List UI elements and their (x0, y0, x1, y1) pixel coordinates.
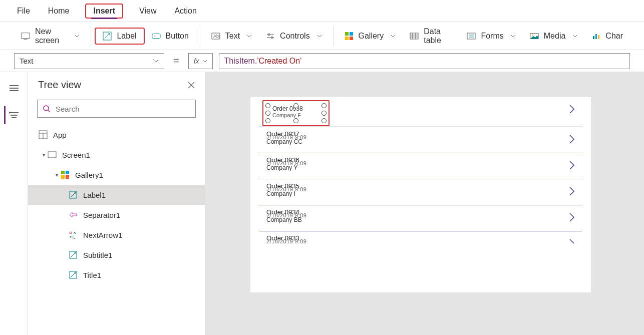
tree-view-panel: Tree view App ▾ Screen (28, 72, 205, 335)
selected-label-control[interactable]: Order 0938 Company F (265, 103, 327, 123)
main-area: Tree view App ▾ Screen (0, 72, 644, 335)
menu-action[interactable]: Action (172, 3, 198, 20)
separator-icon (68, 210, 78, 220)
ribbon: New screen Label Button Abc Text Control… (0, 22, 644, 50)
gallery-item[interactable]: Order 0936 2/18/2019 9:09 Company Y (259, 153, 582, 179)
tree-node-subtitle1[interactable]: Subtitle1 (28, 245, 205, 265)
svg-rect-0 (22, 33, 30, 38)
media-button[interactable]: Media (523, 29, 585, 44)
formula-token-field: 'Created On' (257, 57, 301, 66)
label-button[interactable]: Label (95, 28, 144, 45)
separator (200, 26, 200, 46)
data-table-button-label: Data table (424, 27, 453, 45)
gallery-item-subtitle: Company F (272, 112, 301, 118)
gallery-icon (60, 170, 70, 180)
forms-icon (467, 32, 476, 41)
tree-node-title1[interactable]: Title1 (28, 265, 205, 285)
label-icon (68, 250, 78, 260)
controls-icon (266, 32, 275, 41)
gallery-button-label: Gallery (359, 32, 384, 41)
formula-bar: Text = fx ThisItem.'Created On' (0, 50, 644, 72)
tree-node-gallery1[interactable]: ▾ Gallery1 (28, 165, 205, 185)
new-screen-button[interactable]: New screen (14, 24, 87, 48)
tree-node-label: Subtitle1 (83, 251, 112, 259)
gallery-item[interactable]: Order 0937 2/18/2019 9:09 Company CC (259, 127, 582, 153)
chevron-right-icon[interactable] (569, 212, 575, 222)
media-button-label: Media (544, 32, 566, 41)
formula-token-thisitem: ThisItem (224, 57, 255, 66)
equals-sign: = (170, 55, 182, 67)
svg-rect-25 (593, 36, 594, 39)
resize-handle[interactable] (321, 103, 327, 108)
chevron-down-icon (511, 35, 516, 38)
chevron-down-icon (75, 35, 80, 38)
svg-rect-42 (66, 175, 69, 179)
tree-node-label1[interactable]: Label1 (28, 185, 205, 205)
chevron-down-icon (153, 59, 159, 63)
tree-node-separator1[interactable]: Separator1 (28, 205, 205, 225)
close-panel-button[interactable] (188, 82, 195, 89)
button-icon (152, 32, 161, 41)
svg-text:Abc: Abc (213, 34, 220, 39)
fx-button[interactable]: fx (188, 53, 213, 69)
svg-rect-12 (350, 32, 353, 36)
separator (333, 26, 334, 46)
charts-button[interactable]: Char (584, 29, 630, 44)
menu-insert[interactable]: Insert (91, 3, 117, 19)
resize-handle[interactable] (293, 118, 298, 123)
chevron-down-icon (572, 35, 577, 38)
button-button-label: Button (166, 32, 189, 41)
svg-line-34 (48, 110, 50, 112)
menu-home[interactable]: Home (46, 3, 72, 20)
data-table-button[interactable]: Data table (403, 24, 460, 48)
controls-button[interactable]: Controls (259, 29, 329, 44)
gallery-item[interactable]: Order 0934 2/18/2019 9:09 Company BB (259, 205, 582, 231)
menu-file[interactable]: File (15, 3, 32, 20)
tree-node-screen1[interactable]: ▾ Screen1 (28, 145, 205, 165)
text-button[interactable]: Abc Text (204, 29, 259, 44)
property-selector[interactable]: Text (14, 53, 164, 69)
resize-handle[interactable] (293, 103, 298, 108)
forms-button[interactable]: Forms (460, 29, 522, 44)
gallery-item[interactable]: Order 0933 2/18/2019 9:09 (259, 231, 582, 251)
formula-input[interactable]: ThisItem.'Created On' (219, 53, 630, 69)
resize-handle[interactable] (265, 111, 270, 116)
gallery-item[interactable]: Order 0938 Company F (259, 97, 582, 127)
forms-button-label: Forms (481, 32, 503, 41)
resize-handle[interactable] (265, 103, 270, 108)
screen-icon (21, 32, 30, 41)
tree-view-header: Tree view (28, 72, 205, 96)
highlight-insert: Insert (85, 4, 123, 19)
tree-search[interactable] (37, 100, 196, 118)
canvas[interactable]: Order 0938 Company F Order 093 (205, 72, 644, 335)
resize-handle[interactable] (321, 111, 327, 116)
tree-search-input[interactable] (56, 105, 190, 113)
gallery-item-date: 2/18/2019 9:09 (266, 238, 306, 244)
chevron-right-icon[interactable] (569, 134, 575, 144)
gallery-item-subtitle: Company BB (266, 216, 302, 223)
text-button-label: Text (225, 32, 240, 41)
charts-button-label: Char (605, 32, 623, 41)
gallery-item[interactable]: Order 0935 2/18/2019 9:09 Company I (259, 179, 582, 205)
chevron-right-icon[interactable] (569, 160, 575, 170)
app-screen[interactable]: Order 0938 Company F Order 093 (250, 97, 591, 292)
chevron-right-icon[interactable] (569, 104, 575, 114)
text-icon: Abc (211, 32, 220, 41)
chevron-right-icon[interactable] (569, 238, 575, 248)
resize-handle[interactable] (321, 118, 327, 123)
hamburger-button[interactable] (5, 79, 23, 97)
left-rail (0, 72, 28, 335)
svg-rect-27 (598, 35, 599, 39)
tree-node-nextarrow1[interactable]: NextArrow1 (28, 225, 205, 245)
tree-node-label: App (53, 131, 67, 139)
gallery-button[interactable]: Gallery (338, 29, 403, 44)
resize-handle[interactable] (265, 118, 270, 123)
svg-rect-41 (61, 175, 65, 179)
search-icon (43, 105, 51, 113)
chevron-right-icon[interactable] (569, 186, 575, 196)
button-button[interactable]: Button (145, 29, 196, 44)
menu-view[interactable]: View (137, 3, 158, 20)
svg-rect-11 (345, 32, 349, 36)
tree-view-button[interactable] (4, 106, 22, 124)
tree-node-app[interactable]: App (28, 125, 205, 145)
